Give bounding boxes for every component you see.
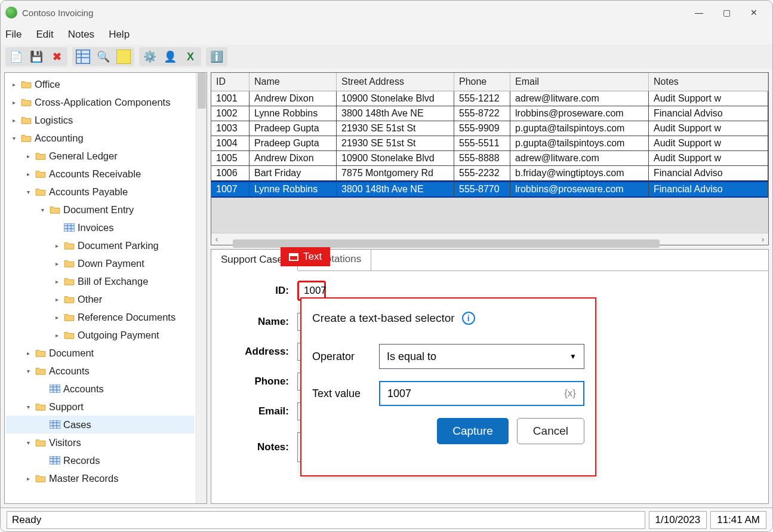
- grid-h-scrollbar[interactable]: ‹›: [211, 233, 768, 245]
- tree-item[interactable]: ▸Other: [6, 290, 195, 308]
- tree-item[interactable]: Invoices: [6, 219, 195, 236]
- tree-item[interactable]: ▸Document: [6, 344, 195, 362]
- folder-icon: [35, 187, 47, 196]
- settings-icon[interactable]: ⚙️: [143, 50, 157, 64]
- info-icon[interactable]: ℹ️: [210, 50, 224, 64]
- expand-closed-icon[interactable]: ▸: [24, 350, 32, 356]
- tree-item[interactable]: ▸Bill of Exchange: [6, 272, 195, 290]
- maximize-button[interactable]: ▢: [713, 3, 740, 22]
- folder-icon: [35, 152, 47, 160]
- tree-item[interactable]: ▸Office: [6, 75, 195, 93]
- operator-select[interactable]: Is equal to ▼: [379, 344, 584, 369]
- tree-item[interactable]: ▾Accounts: [6, 362, 195, 380]
- tree-item[interactable]: ▸Document Parking: [6, 236, 195, 254]
- tree-item[interactable]: ▸Master Records: [6, 469, 195, 487]
- tree-item[interactable]: ▸Accounts Receivable: [6, 165, 195, 183]
- cell: 555-8722: [454, 106, 510, 121]
- cell: 1002: [211, 106, 250, 121]
- tree-item[interactable]: ▾Accounts Payable: [6, 183, 195, 201]
- variable-hint[interactable]: {x}: [564, 388, 576, 399]
- expand-closed-icon[interactable]: ▸: [10, 99, 18, 106]
- expand-closed-icon[interactable]: ▸: [24, 475, 32, 482]
- table-row[interactable]: 1002Lynne Robbins3800 148th Ave NE555-87…: [211, 106, 768, 121]
- grid-icon[interactable]: [76, 50, 90, 64]
- tree-item[interactable]: ▾Visitors: [6, 433, 195, 451]
- expand-closed-icon[interactable]: ▸: [53, 242, 61, 249]
- expand-open-icon[interactable]: ▾: [10, 135, 18, 142]
- button-label: Cancel: [533, 425, 568, 438]
- cell: p.gupta@tailspintoys.com: [510, 136, 649, 151]
- table-row[interactable]: 1005Andrew Dixon10900 Stonelake Blvd555-…: [211, 151, 768, 166]
- tree-item-label: Accounts Receivable: [49, 168, 141, 180]
- column-header[interactable]: Street Address: [337, 73, 454, 91]
- column-header[interactable]: Name: [250, 73, 337, 91]
- column-header[interactable]: Notes: [649, 73, 768, 91]
- table-row[interactable]: 1004Pradeep Gupta21930 SE 51st St555-551…: [211, 136, 768, 151]
- cell: 555-8888: [454, 151, 510, 166]
- text-selector-badge[interactable]: Text: [281, 247, 330, 266]
- tree-item[interactable]: ▸General Ledger: [6, 147, 195, 165]
- expand-closed-icon[interactable]: ▸: [53, 260, 61, 267]
- expand-closed-icon[interactable]: ▸: [53, 332, 61, 339]
- delete-icon[interactable]: ✖: [50, 50, 64, 64]
- save-icon[interactable]: 💾: [29, 50, 44, 64]
- user-icon[interactable]: 👤: [163, 50, 177, 64]
- tree-item-label: Cases: [63, 419, 91, 430]
- tree-item[interactable]: ▸Down Payment: [6, 254, 195, 272]
- cell: adrew@litware.com: [510, 151, 649, 166]
- table-row[interactable]: 1007Lynne Robbins3800 148th Ave NE555-87…: [211, 181, 768, 198]
- expand-closed-icon[interactable]: ▸: [53, 296, 61, 303]
- tree-item[interactable]: ▾Document Entry: [6, 201, 195, 219]
- expand-closed-icon[interactable]: ▸: [10, 117, 18, 124]
- tree-item[interactable]: ▸Reference Documents: [6, 308, 195, 326]
- tree-item[interactable]: ▾Support: [6, 398, 195, 416]
- info-icon[interactable]: i: [462, 312, 475, 325]
- tree-item[interactable]: ▸Outgoing Payment: [6, 326, 195, 344]
- expand-closed-icon[interactable]: ▸: [53, 314, 61, 321]
- close-button[interactable]: ✕: [740, 3, 768, 22]
- table-row[interactable]: 1001Andrew Dixon10900 Stonelake Blvd555-…: [211, 91, 768, 106]
- cell: 1005: [211, 151, 250, 166]
- cancel-button[interactable]: Cancel: [517, 418, 584, 444]
- expand-closed-icon[interactable]: ▸: [53, 278, 61, 285]
- menu-edit[interactable]: Edit: [36, 29, 53, 41]
- minimize-button[interactable]: —: [685, 3, 713, 22]
- note-icon[interactable]: [116, 50, 131, 64]
- tree-item[interactable]: ▸Logistics: [6, 111, 195, 129]
- column-header[interactable]: Email: [510, 73, 649, 91]
- tree-item[interactable]: Accounts: [6, 380, 195, 398]
- tree-item[interactable]: Records: [6, 451, 195, 469]
- button-label: Capture: [452, 425, 493, 438]
- expand-open-icon[interactable]: ▾: [24, 368, 32, 374]
- menu-notes[interactable]: Notes: [68, 29, 94, 41]
- tree-item-label: Accounts Payable: [49, 186, 128, 198]
- expand-open-icon[interactable]: ▾: [24, 189, 32, 195]
- folder-icon: [63, 313, 75, 321]
- table-row[interactable]: 1006Bart Friday7875 Montgomery Rd555-223…: [211, 166, 768, 181]
- text-value-input[interactable]: 1007 {x}: [379, 381, 584, 406]
- cell: Financial Adviso: [649, 166, 768, 181]
- tree-scrollbar[interactable]: [196, 73, 207, 503]
- menu-file[interactable]: File: [5, 29, 21, 41]
- column-header[interactable]: Phone: [454, 73, 510, 91]
- cell: 555-8770: [454, 181, 510, 198]
- table-row[interactable]: 1003Pradeep Gupta21930 SE 51st St555-990…: [211, 121, 768, 136]
- tree-item[interactable]: ▾Accounting: [6, 129, 195, 147]
- id-label: ID:: [229, 285, 289, 297]
- expand-closed-icon[interactable]: ▸: [24, 171, 32, 177]
- expand-closed-icon[interactable]: ▸: [10, 81, 18, 88]
- tree-item[interactable]: Cases: [6, 416, 195, 433]
- expand-open-icon[interactable]: ▾: [38, 207, 47, 213]
- capture-button[interactable]: Capture: [437, 418, 509, 444]
- column-header[interactable]: ID: [211, 73, 250, 91]
- expand-closed-icon[interactable]: ▸: [24, 153, 32, 159]
- tree-item[interactable]: ▸Cross-Application Components: [6, 93, 195, 111]
- tree-item-label: Records: [63, 455, 100, 466]
- search-icon[interactable]: 🔍: [96, 50, 110, 64]
- menu-help[interactable]: Help: [109, 29, 130, 41]
- new-icon[interactable]: 📄: [9, 50, 23, 64]
- expand-open-icon[interactable]: ▾: [24, 404, 32, 410]
- folder-icon: [49, 205, 61, 214]
- excel-icon[interactable]: X: [183, 50, 198, 64]
- expand-open-icon[interactable]: ▾: [24, 439, 32, 446]
